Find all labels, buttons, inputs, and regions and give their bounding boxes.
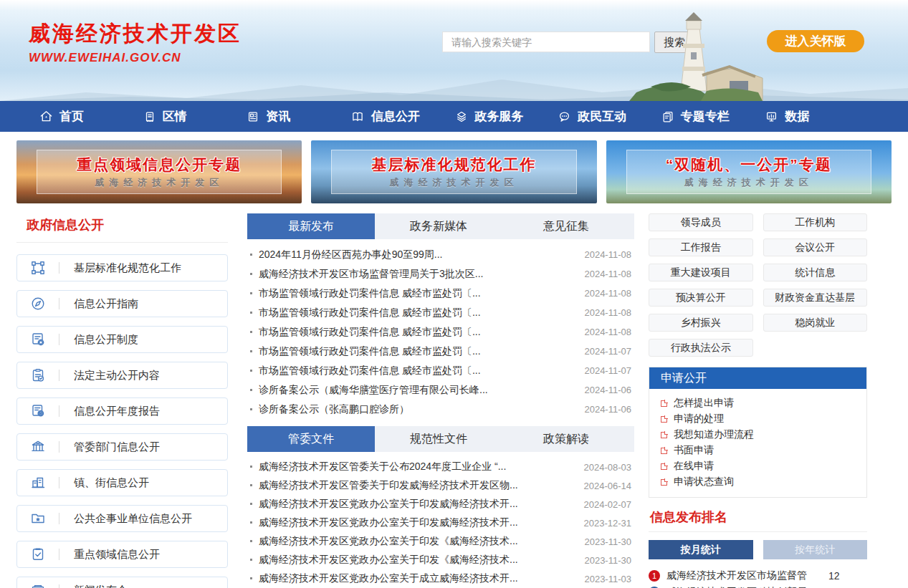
docs-tab-bar: 管委文件 规范性文件 政策解读: [247, 426, 634, 452]
apply-link-icon: [661, 416, 667, 423]
latest-release-panel: 最新发布 政务新媒体 意见征集 2024年11月份经区西苑办事处90至99周..…: [247, 213, 634, 419]
doc-row[interactable]: 威海经济技术开发区管委关于印发威海经济技术开发区物... 2024-06-14: [247, 476, 634, 495]
nav-item[interactable]: 首页: [39, 108, 143, 125]
tab[interactable]: 规范性文件: [375, 426, 502, 452]
tab[interactable]: 政策解读: [502, 426, 630, 452]
quick-link-button[interactable]: 重大建设项目: [649, 264, 753, 281]
apply-item[interactable]: 申请状态查询: [661, 474, 855, 490]
sidebar-card[interactable]: 公共企事业单位信息公开: [16, 505, 228, 532]
doc-date: 2024-08-03: [584, 462, 632, 473]
news-row[interactable]: 市场监管领域行政处罚案件信息 威经市监处罚〔... 2024-11-08: [247, 303, 634, 322]
quick-link-button[interactable]: 稳岗就业: [763, 314, 868, 332]
quick-link-button[interactable]: 工作报告: [649, 238, 753, 256]
sidebar-card-label: 法定主动公开内容: [74, 369, 160, 382]
apply-item[interactable]: 我想知道办理流程: [661, 427, 855, 443]
search-input[interactable]: [442, 32, 650, 52]
quick-link-button[interactable]: 统计信息: [763, 264, 868, 281]
rank-department-name: 威海经济技术开发区市场监督管: [666, 569, 821, 582]
apply-disclosure-panel: 申请公开 怎样提出申请 申请的处理 我想知道办理流程: [649, 367, 867, 498]
news-row[interactable]: 诊所备案公示（威海华膳堂医疗管理有限公司长峰... 2024-11-06: [247, 380, 634, 400]
nav-item-label: 区情: [163, 108, 187, 125]
nav-item[interactable]: 政务服务: [454, 108, 558, 125]
banner-subtitle: 威海经济技术开发区: [95, 176, 224, 189]
tab[interactable]: 政务新媒体: [375, 213, 502, 239]
news-row[interactable]: 2024年11月份经区西苑办事处90至99周... 2024-11-08: [247, 245, 634, 264]
news-tab-bar: 最新发布 政务新媒体 意见征集: [247, 213, 634, 239]
doc-date: 2024-06-14: [584, 481, 632, 491]
sidebar-card[interactable]: 信息公开指南: [16, 290, 228, 317]
sidebar-card[interactable]: 法定主动公开内容: [16, 362, 228, 389]
apply-item[interactable]: 在线申请: [661, 458, 855, 474]
district-scroll-icon: [143, 110, 156, 123]
doc-row[interactable]: 威海经济技术开发区党政办公室关于印发威海经济技术开... 2023-12-31: [247, 514, 634, 532]
quick-link-button[interactable]: 预决算公开: [649, 289, 753, 307]
news-row[interactable]: 威海经济技术开发区市场监督管理局关于3批次区... 2024-11-08: [247, 264, 634, 284]
apply-item[interactable]: 书面申请: [661, 443, 855, 458]
site-logo[interactable]: 威海经济技术开发区 WWW.EWEIHAI.GOV.CN: [29, 19, 242, 65]
ranking-tab-label: 按月统计: [681, 544, 721, 555]
news-row[interactable]: 市场监管领域行政处罚案件信息 威经市监处罚〔... 2024-11-07: [247, 361, 634, 380]
tab[interactable]: 最新发布: [247, 213, 375, 239]
sidebar-card[interactable]: 基层标准化规范化工作: [16, 254, 228, 281]
nav-item[interactable]: 资讯: [247, 108, 350, 125]
quick-link-button[interactable]: 财政资金直达基层: [763, 289, 868, 307]
sidebar-title: 政府信息公开: [16, 213, 228, 242]
nav-item-label: 信息公开: [371, 108, 420, 125]
news-icon: [247, 110, 259, 123]
right-column: 领导成员 工作机构 工作报告 会议公开 重大建设项目: [649, 213, 867, 588]
quick-link-button[interactable]: 工作机构: [763, 213, 868, 231]
banner-key-areas[interactable]: 重点领域信息公开专题 威海经济技术开发区: [16, 140, 302, 203]
apply-item[interactable]: 申请的处理: [661, 411, 855, 427]
quick-link-label: 稳岗就业: [795, 317, 835, 328]
nav-item[interactable]: 专题专栏: [661, 108, 765, 125]
nav-item[interactable]: 区情: [143, 108, 247, 125]
news-row[interactable]: 诊所备案公示（张高鹏口腔诊所） 2024-11-06: [247, 400, 634, 419]
doc-row[interactable]: 威海经济技术开发区管委关于公布2024年度工业企业 “... 2024-08-0…: [247, 458, 634, 476]
sidebar-card[interactable]: 管委部门信息公开: [16, 433, 228, 461]
banner-title: “双随机、一公开”专题: [666, 155, 832, 175]
sidebar-card-label: 公共企事业单位信息公开: [74, 512, 192, 526]
doc-title: 威海经济技术开发区党政办公室关于印发威海经济技术开...: [247, 498, 518, 511]
doc-row[interactable]: 威海经济技术开发区党政办公室关于印发《威海经济技术... 2023-11-30: [247, 551, 634, 569]
banner-subtitle: 威海经济技术开发区: [684, 176, 813, 189]
open-book-icon: [350, 110, 365, 123]
quick-link-button[interactable]: 领导成员: [649, 213, 753, 231]
tab[interactable]: 意见征集: [502, 213, 630, 239]
ranking-list: 1 威海经济技术开发区市场监督管 12 2 威海经济技术开发区科技创新局 3 3…: [649, 567, 867, 588]
tab-label: 管委文件: [288, 433, 334, 445]
sidebar-card[interactable]: 信息公开制度: [16, 326, 228, 353]
sidebar-card[interactable]: 新闻发布会: [16, 577, 228, 588]
apply-item[interactable]: 怎样提出申请: [661, 395, 855, 411]
ranking-row[interactable]: 1 威海经济技术开发区市场监督管 12: [649, 567, 867, 584]
ranking-tab[interactable]: 按月统计: [649, 540, 753, 559]
nav-item[interactable]: 数据: [765, 108, 869, 125]
sidebar-card[interactable]: 镇、街信息公开: [16, 469, 228, 496]
nav-item[interactable]: 政民互动: [558, 108, 661, 125]
nav-item-label: 政民互动: [578, 108, 626, 125]
doc-row[interactable]: 威海经济技术开发区党政办公室关于印发威海经济技术开... 2024-02-07: [247, 495, 634, 514]
quick-link-button[interactable]: 乡村振兴: [649, 314, 753, 332]
doc-title: 威海经济技术开发区党政办公室关于印发《威海经济技术...: [247, 554, 518, 567]
banner-standardization[interactable]: 基层标准化规范化工作 威海经济技术开发区: [311, 140, 596, 203]
sidebar-card[interactable]: 信息公开年度报告: [16, 397, 228, 425]
news-title: 诊所备案公示（威海华膳堂医疗管理有限公司长峰...: [247, 384, 488, 397]
news-row[interactable]: 市场监管领域行政处罚案件信息 威经市监处罚〔... 2024-11-08: [247, 322, 634, 342]
banner-double-random[interactable]: “双随机、一公开”专题 威海经济技术开发区: [606, 140, 892, 203]
doc-row[interactable]: 威海经济技术开发区党政办公室关于成立威海经济技术开... 2023-11-03: [247, 569, 634, 588]
tab[interactable]: 管委文件: [247, 426, 375, 452]
news-row[interactable]: 市场监管领域行政处罚案件信息 威经市监处罚〔... 2024-11-07: [247, 342, 634, 361]
quick-link-button[interactable]: 会议公开: [763, 238, 868, 256]
topics-pages-icon: [661, 110, 674, 123]
quick-link-button[interactable]: 行政执法公示: [649, 339, 753, 357]
ranking-tab[interactable]: 按年统计: [763, 540, 868, 559]
sidebar-card[interactable]: 重点领域信息公开: [16, 541, 228, 568]
banner-row: 重点领域信息公开专题 威海经济技术开发区 基层标准化规范化工作 威海经济技术开发…: [0, 132, 908, 203]
quick-link-label: 统计信息: [795, 266, 835, 278]
news-title: 市场监管领域行政处罚案件信息 威经市监处罚〔...: [247, 326, 481, 339]
mountains-decoration: [0, 64, 908, 101]
nav-item[interactable]: 信息公开: [350, 108, 454, 125]
care-mode-button[interactable]: 进入关怀版: [767, 30, 864, 52]
news-row[interactable]: 市场监管领域行政处罚案件信息 威经市监处罚〔... 2024-11-08: [247, 284, 634, 303]
doc-row[interactable]: 威海经济技术开发区党政办公室关于印发《威海经济技术... 2023-11-30: [247, 532, 634, 551]
ranking-row[interactable]: 2 威海经济技术开发区科技创新局 3: [649, 584, 867, 588]
